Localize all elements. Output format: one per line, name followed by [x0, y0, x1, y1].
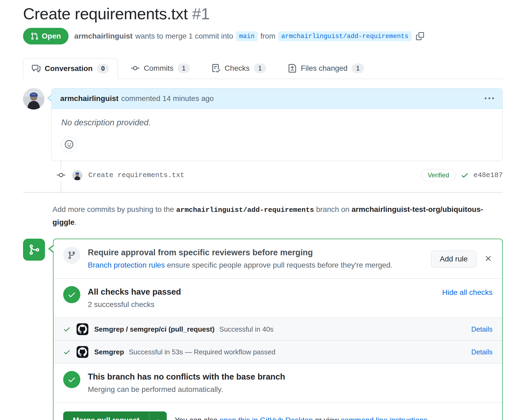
tab-label: Files changed — [301, 64, 347, 73]
tab-count: 1 — [254, 63, 266, 73]
merge-area: Require approval from specific reviewers… — [23, 239, 503, 420]
checks-summary-section: All checks have passed 2 successful chec… — [54, 279, 502, 318]
comment-box: armchairlinguist commented 14 minutes ag… — [51, 88, 503, 161]
branch-protection-rules-link[interactable]: Branch protection rules — [88, 261, 165, 269]
comment-header: armchairlinguist commented 14 minutes ag… — [52, 88, 502, 109]
comment-discussion-icon — [32, 64, 40, 73]
timeline-divider — [23, 192, 503, 193]
git-commit-icon — [57, 169, 65, 182]
check-icon — [63, 348, 71, 356]
push-note-text: Add more commits by pushing to the — [52, 205, 174, 213]
git-pull-request-icon — [31, 32, 39, 40]
github-desktop-link[interactable]: open this in GitHub Desktop — [220, 416, 313, 420]
merge-alternatives-text: You can also open this in GitHub Desktop… — [175, 416, 430, 420]
no-conflicts-title: This branch has no conflicts with the ba… — [88, 371, 493, 383]
tab-count: 0 — [97, 64, 109, 73]
tab-label: Conversation — [45, 64, 93, 73]
merge-also-suffix: . — [427, 416, 430, 420]
pr-state-label: Open — [42, 32, 61, 40]
copy-icon — [416, 32, 424, 40]
triangle-down-icon — [154, 417, 161, 420]
check-icon — [63, 325, 71, 333]
merge-also-middle: or view — [315, 416, 339, 420]
branch-protection-desc-text: ensure specific people approve pull requ… — [167, 261, 393, 269]
commit-meta: Verified e48e187 — [421, 169, 503, 181]
tab-label: Commits — [144, 64, 173, 73]
merge-pull-request-button[interactable]: Merge pull request — [63, 411, 149, 420]
close-icon — [484, 254, 493, 263]
tab-count: 1 — [352, 63, 364, 73]
merge-button-group: Merge pull request — [63, 411, 167, 420]
merge-options-dropdown[interactable] — [149, 411, 167, 420]
push-note-text: branch on — [316, 205, 350, 213]
merge-also-prefix: You can also — [175, 416, 217, 420]
pr-state-badge: Open — [23, 28, 69, 44]
pr-number: #1 — [192, 5, 210, 23]
branch-protection-section: Require approval from specific reviewers… — [54, 239, 502, 279]
check-icon — [461, 171, 469, 179]
smiley-icon — [65, 140, 73, 149]
head-branch-label[interactable]: armchairlinguist/add-requirements — [278, 31, 412, 41]
hide-all-checks-link[interactable]: Hide all checks — [442, 288, 493, 297]
git-merge-icon — [23, 239, 45, 261]
pr-meta-text: armchairlinguist wants to merge 1 commit… — [74, 31, 424, 41]
no-conflicts-section: This branch has no conflicts with the ba… — [54, 363, 502, 403]
tab-checks[interactable]: Checks 1 — [203, 58, 275, 79]
pr-meta-row: Open armchairlinguist wants to merge 1 c… — [23, 28, 503, 44]
commit-message-link[interactable]: Create requirements.txt — [88, 171, 184, 179]
tab-count: 1 — [178, 63, 190, 73]
pr-title-text: Create requirements.txt — [23, 5, 188, 23]
kebab-horizontal-icon — [485, 94, 494, 103]
check-row: Semgrep Successful in 53s — Required wor… — [54, 341, 502, 363]
copy-branch-button[interactable] — [416, 32, 424, 40]
timeline-commit: Create requirements.txt Verified e48e187 — [23, 165, 503, 185]
tab-commits[interactable]: Commits 1 — [122, 58, 199, 79]
tab-conversation[interactable]: Conversation 0 — [23, 58, 118, 79]
comment-meta: commented 14 minutes ago — [121, 94, 214, 103]
checks-summary-subtitle: 2 successful checks — [88, 299, 442, 310]
check-circle-icon — [63, 286, 80, 303]
timeline-comment: armchairlinguist commented 14 minutes ag… — [23, 88, 503, 161]
avatar-image — [23, 88, 44, 110]
base-branch-label[interactable]: main — [236, 31, 258, 41]
details-link[interactable]: Details — [471, 325, 493, 333]
comment-options-button[interactable] — [485, 94, 494, 103]
checks-summary-title: All checks have passed — [88, 286, 442, 298]
commit-author-avatar[interactable] — [72, 170, 82, 180]
merge-text: wants to merge 1 commit into — [135, 32, 233, 40]
details-link[interactable]: Details — [471, 348, 493, 356]
push-note-text: . — [74, 218, 77, 226]
check-circle-icon — [63, 371, 80, 388]
push-note: Add more commits by pushing to the armch… — [52, 203, 503, 228]
git-branch-icon — [63, 247, 80, 264]
no-conflicts-subtitle: Merging can be performed automatically. — [88, 384, 493, 395]
merge-status-box: Require approval from specific reviewers… — [53, 239, 503, 420]
commit-sha-link[interactable]: e48e187 — [474, 171, 503, 179]
checks-summary-text: All checks have passed 2 successful chec… — [88, 286, 442, 310]
avatar[interactable] — [23, 88, 44, 110]
comment-body: No description provided. — [52, 109, 502, 161]
push-note-branch: armchairlinguist/add-requirements — [176, 206, 314, 214]
comment-author-link[interactable]: armchairlinguist — [60, 94, 119, 103]
dismiss-protection-button[interactable] — [484, 254, 493, 263]
file-diff-icon — [288, 64, 297, 73]
page-title: Create requirements.txt #1 — [23, 4, 503, 24]
check-name: Semgrep / semgrep/ci (pull_request) — [94, 325, 214, 333]
no-conflicts-text: This branch has no conflicts with the ba… — [88, 371, 493, 395]
check-status: Successful in 40s — [219, 325, 273, 333]
check-status: Successful in 53s — Required workflow pa… — [129, 348, 275, 356]
command-line-instructions-link[interactable]: command line instructions — [341, 416, 427, 420]
github-mark-icon — [77, 323, 88, 335]
branch-protection-text: Require approval from specific reviewers… — [88, 247, 425, 271]
merge-text-from: from — [260, 32, 275, 40]
pr-author-link[interactable]: armchairlinguist — [74, 32, 133, 40]
tab-label: Checks — [225, 64, 249, 73]
branch-protection-title: Require approval from specific reviewers… — [88, 247, 425, 258]
pull-request-page: Create requirements.txt #1 Open armchair… — [0, 0, 507, 420]
verified-badge[interactable]: Verified — [421, 169, 456, 181]
tab-files-changed[interactable]: Files changed 1 — [279, 58, 373, 79]
github-mark-icon — [77, 346, 88, 358]
add-rule-button[interactable]: Add rule — [431, 250, 476, 268]
add-reaction-button[interactable] — [61, 137, 77, 152]
checklist-icon — [212, 64, 220, 73]
